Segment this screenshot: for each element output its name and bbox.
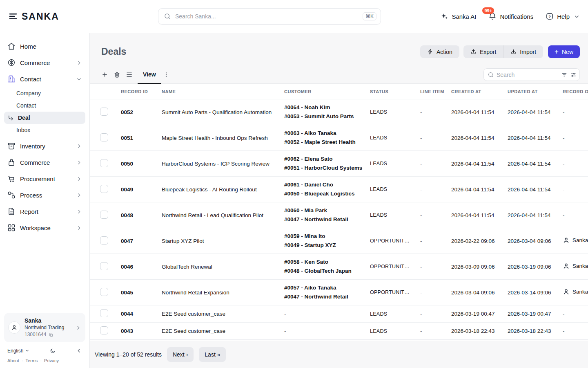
updated-at-cell: 2026-03-19 00:47 [503, 305, 558, 323]
about-link[interactable]: About [7, 358, 19, 363]
sidebar-item-label: Commerce [20, 59, 50, 66]
sidebar-item-contact[interactable]: Contact [4, 71, 85, 87]
updated-at-cell: 2026-04-04 11:54 [503, 99, 558, 125]
sidebar-subitem-label: Inbox [16, 127, 30, 133]
notifications-button[interactable]: 99+ Notifications [488, 12, 533, 20]
sidebar-item-home[interactable]: Home [4, 38, 85, 54]
copy-icon[interactable] [49, 332, 53, 337]
sidebar-item-inventory[interactable]: Inventory [4, 138, 85, 154]
collapse-sidebar-icon[interactable] [76, 348, 82, 354]
status-cell: LEADS [365, 99, 415, 125]
workspace-switcher[interactable]: Sanka Northwind Trading 13001644 [4, 313, 85, 342]
row-checkbox[interactable] [100, 326, 108, 334]
privacy-link[interactable]: Privacy [44, 358, 59, 363]
column-settings-icon[interactable] [570, 72, 577, 78]
sidebar-item-workspace[interactable]: Workspace [4, 220, 85, 236]
deal-name-cell: Bluepeak Logistics - AI Routing Rollout [157, 177, 279, 202]
sidebar-item-report[interactable]: Report [4, 203, 85, 220]
chevron-right-icon [76, 176, 82, 182]
table-row[interactable]: 0050HarborCloud Systems - ICP Scoring Re… [90, 151, 588, 177]
sidebar-item-contact-child[interactable]: Contact [4, 99, 85, 112]
row-checkbox[interactable] [100, 133, 108, 141]
table-header-row: RECORD ID NAME CUSTOMER STATUS LINE ITEM… [90, 84, 588, 99]
help-menu[interactable]: ? Help [546, 12, 580, 20]
row-checkbox[interactable] [100, 288, 108, 296]
table-row[interactable]: 0052Summit Auto Parts - Qualification Au… [90, 99, 588, 125]
new-button[interactable]: + New [548, 45, 580, 58]
sidebar-item-process[interactable]: Process [4, 187, 85, 203]
row-checkbox[interactable] [100, 185, 108, 193]
table-row[interactable]: 0046GlobalTech Renewal#0058 - Ken Sato#0… [90, 254, 588, 280]
last-page-button[interactable]: Last » [199, 347, 226, 362]
line-item-cell: - [415, 202, 446, 228]
sidebar-item-company[interactable]: Company [4, 87, 85, 99]
sanka-ai-label: Sanka AI [452, 13, 476, 20]
table-row[interactable]: 0044E2E Seed customer_case-LEADS-2026-03… [90, 305, 588, 323]
updated-at-cell: 2026-04-04 11:54 [503, 151, 558, 177]
updated-at-cell: 2026-03-04 09:06 [503, 228, 558, 254]
view-options-kebab-icon[interactable] [161, 69, 171, 81]
row-checkbox[interactable] [100, 309, 108, 317]
column-header-record-owner[interactable]: RECORD OWNER [558, 84, 588, 99]
created-at-cell: 2026-03-04 09:06 [446, 280, 503, 305]
sanka-ai-button[interactable]: Sanka AI [440, 12, 476, 20]
sidebar-item-commerce-1[interactable]: Commerce [4, 54, 85, 71]
add-view-button[interactable] [98, 69, 111, 81]
row-checkbox[interactable] [100, 211, 108, 219]
sidebar-item-deal[interactable]: Deal [4, 112, 85, 124]
column-header-updated-at[interactable]: UPDATED AT [503, 84, 558, 99]
sidebar-item-label: Workspace [20, 224, 51, 231]
export-button[interactable]: Export [463, 45, 503, 58]
created-at-cell: 2026-02-22 09:06 [446, 228, 503, 254]
updated-at-cell: 2026-04-04 11:54 [503, 177, 558, 202]
row-checkbox[interactable] [100, 159, 108, 167]
column-header-record-id[interactable]: RECORD ID [116, 84, 157, 99]
theme-toggle-icon[interactable] [50, 348, 56, 354]
filter-icon[interactable] [561, 72, 568, 78]
topbar-actions: Sanka AI 99+ Notifications ? Help [440, 0, 580, 33]
language-label: English [7, 348, 23, 354]
created-at-cell: 2026-03-09 09:06 [446, 254, 503, 280]
language-selector[interactable]: English [7, 348, 29, 354]
record-id-cell: 0044 [116, 305, 157, 323]
row-checkbox[interactable] [100, 262, 108, 270]
table-row[interactable]: 0047Startup XYZ Pilot#0059 - Mina Ito#00… [90, 228, 588, 254]
table-search-input[interactable] [497, 72, 559, 78]
global-search[interactable]: ⌘K [158, 8, 381, 25]
record-owner-cell: - [558, 99, 588, 125]
owner-avatar-icon [563, 288, 570, 295]
row-checkbox[interactable] [100, 236, 108, 245]
global-search-input[interactable] [175, 13, 359, 20]
column-header-name[interactable]: NAME [157, 84, 279, 99]
shopping-bag-icon [7, 158, 16, 166]
record-id-cell: 0052 [116, 99, 157, 125]
column-header-line-item[interactable]: LINE ITEM [415, 84, 446, 99]
updated-at-cell: 2026-03-19 09:06 [503, 254, 558, 280]
table-row[interactable]: 0048Northwind Retail - Lead Qualificatio… [90, 202, 588, 228]
sidebar-item-commerce-2[interactable]: Commerce [4, 154, 85, 171]
row-checkbox[interactable] [100, 108, 108, 116]
column-header-created-at[interactable]: CREATED AT [446, 84, 503, 99]
sidebar-item-procurement[interactable]: Procurement [4, 171, 85, 187]
list-view-icon[interactable] [123, 69, 135, 81]
action-button[interactable]: Action [420, 45, 459, 58]
import-button[interactable]: Import [503, 45, 543, 58]
table-row[interactable]: 0049Bluepeak Logistics - AI Routing Roll… [90, 177, 588, 202]
owner-avatar-icon [563, 263, 570, 269]
table-row[interactable]: 0051Maple Street Health - Inbound Ops Re… [90, 125, 588, 151]
sanka-logo[interactable]: SANKA [0, 11, 59, 22]
sidebar-item-inbox[interactable]: Inbox [4, 124, 85, 136]
table-row[interactable]: 0045Northwind Retail Expansion#0057 - Ai… [90, 280, 588, 305]
owner-avatar-icon [563, 237, 570, 244]
table-search[interactable] [483, 68, 580, 81]
next-page-button[interactable]: Next › [167, 347, 194, 362]
table-row[interactable]: 0043E2E Seed customer_case-LEADS-2026-03… [90, 323, 588, 340]
delete-view-button[interactable] [111, 69, 123, 81]
updated-at-cell: 2026-03-18 22:43 [503, 323, 558, 340]
terms-link[interactable]: Terms [25, 358, 38, 363]
created-at-cell: 2026-04-04 11:54 [446, 125, 503, 151]
customer-cell: #0064 - Noah Kim#0053 - Summit Auto Part… [279, 99, 365, 125]
tab-view[interactable]: View [138, 66, 161, 84]
column-header-status[interactable]: STATUS [365, 84, 415, 99]
column-header-customer[interactable]: CUSTOMER [279, 84, 365, 99]
